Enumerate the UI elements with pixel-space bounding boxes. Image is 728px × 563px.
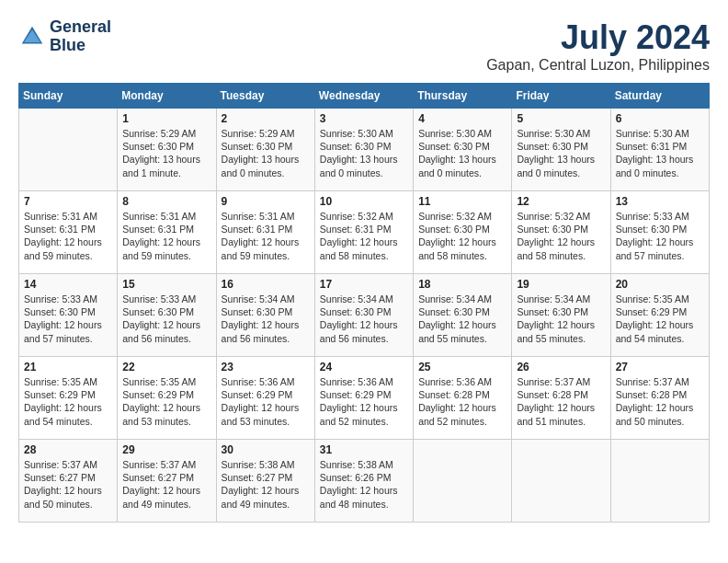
- logo-icon: [18, 23, 46, 51]
- calendar-cell: 18Sunrise: 5:34 AM Sunset: 6:30 PM Dayli…: [414, 274, 512, 357]
- calendar-cell: [610, 440, 709, 523]
- calendar-cell: 22Sunrise: 5:35 AM Sunset: 6:29 PM Dayli…: [118, 357, 216, 440]
- calendar-cell: 10Sunrise: 5:32 AM Sunset: 6:31 PM Dayli…: [314, 191, 413, 274]
- day-number: 11: [418, 195, 506, 208]
- day-number: 16: [222, 278, 310, 291]
- day-number: 9: [222, 195, 310, 208]
- day-number: 25: [418, 361, 506, 373]
- calendar-cell: 30Sunrise: 5:38 AM Sunset: 6:27 PM Dayli…: [216, 440, 314, 523]
- day-info: Sunrise: 5:33 AM Sunset: 6:30 PM Dayligh…: [616, 210, 704, 262]
- day-info: Sunrise: 5:34 AM Sunset: 6:30 PM Dayligh…: [418, 293, 506, 345]
- day-number: 27: [616, 361, 704, 373]
- calendar-cell: [414, 440, 512, 523]
- day-info: Sunrise: 5:33 AM Sunset: 6:30 PM Dayligh…: [122, 293, 210, 345]
- logo-text: General Blue: [50, 18, 111, 55]
- day-info: Sunrise: 5:33 AM Sunset: 6:30 PM Dayligh…: [24, 293, 112, 345]
- logo-line1: General: [50, 18, 111, 37]
- day-number: 3: [320, 112, 408, 125]
- day-number: 10: [320, 195, 408, 208]
- day-info: Sunrise: 5:34 AM Sunset: 6:30 PM Dayligh…: [517, 293, 605, 345]
- calendar-cell: 26Sunrise: 5:37 AM Sunset: 6:28 PM Dayli…: [512, 357, 610, 440]
- weekday-header-sunday: Sunday: [19, 84, 118, 109]
- calendar-cell: 23Sunrise: 5:36 AM Sunset: 6:29 PM Dayli…: [216, 357, 314, 440]
- calendar-cell: 14Sunrise: 5:33 AM Sunset: 6:30 PM Dayli…: [19, 274, 118, 357]
- calendar-cell: 28Sunrise: 5:37 AM Sunset: 6:27 PM Dayli…: [19, 440, 118, 523]
- day-number: 12: [517, 195, 605, 208]
- day-number: 31: [320, 443, 408, 456]
- calendar-cell: 27Sunrise: 5:37 AM Sunset: 6:28 PM Dayli…: [610, 357, 709, 440]
- day-info: Sunrise: 5:30 AM Sunset: 6:30 PM Dayligh…: [320, 127, 408, 179]
- day-info: Sunrise: 5:34 AM Sunset: 6:30 PM Dayligh…: [222, 293, 310, 345]
- day-info: Sunrise: 5:35 AM Sunset: 6:29 PM Dayligh…: [24, 375, 112, 428]
- calendar-cell: 19Sunrise: 5:34 AM Sunset: 6:30 PM Dayli…: [512, 274, 610, 357]
- calendar-cell: 16Sunrise: 5:34 AM Sunset: 6:30 PM Dayli…: [216, 274, 314, 357]
- day-info: Sunrise: 5:36 AM Sunset: 6:28 PM Dayligh…: [418, 375, 506, 428]
- day-info: Sunrise: 5:32 AM Sunset: 6:30 PM Dayligh…: [517, 210, 605, 262]
- calendar-cell: 3Sunrise: 5:30 AM Sunset: 6:30 PM Daylig…: [314, 109, 413, 191]
- day-number: 14: [24, 278, 112, 291]
- location-title: Gapan, Central Luzon, Philippines: [486, 57, 710, 74]
- calendar-cell: 17Sunrise: 5:34 AM Sunset: 6:30 PM Dayli…: [314, 274, 413, 357]
- calendar-cell: 7Sunrise: 5:31 AM Sunset: 6:31 PM Daylig…: [19, 191, 118, 274]
- day-number: 29: [122, 443, 210, 456]
- day-number: 28: [24, 443, 112, 456]
- calendar-week-1: 1Sunrise: 5:29 AM Sunset: 6:30 PM Daylig…: [19, 109, 710, 191]
- day-info: Sunrise: 5:30 AM Sunset: 6:31 PM Dayligh…: [616, 127, 704, 179]
- calendar-week-5: 28Sunrise: 5:37 AM Sunset: 6:27 PM Dayli…: [19, 440, 710, 523]
- day-info: Sunrise: 5:29 AM Sunset: 6:30 PM Dayligh…: [222, 127, 310, 179]
- day-info: Sunrise: 5:38 AM Sunset: 6:26 PM Dayligh…: [320, 458, 408, 511]
- day-number: 15: [122, 278, 210, 291]
- day-number: 6: [616, 112, 704, 125]
- calendar-cell: 6Sunrise: 5:30 AM Sunset: 6:31 PM Daylig…: [610, 109, 709, 191]
- calendar-cell: 31Sunrise: 5:38 AM Sunset: 6:26 PM Dayli…: [314, 440, 413, 523]
- day-info: Sunrise: 5:32 AM Sunset: 6:30 PM Dayligh…: [418, 210, 506, 262]
- calendar-cell: 5Sunrise: 5:30 AM Sunset: 6:30 PM Daylig…: [512, 109, 610, 191]
- month-title: July 2024: [486, 18, 710, 57]
- calendar-cell: 11Sunrise: 5:32 AM Sunset: 6:30 PM Dayli…: [414, 191, 512, 274]
- day-number: 1: [122, 112, 210, 125]
- weekday-header-tuesday: Tuesday: [216, 84, 314, 109]
- weekday-header-thursday: Thursday: [414, 84, 512, 109]
- calendar-body: 1Sunrise: 5:29 AM Sunset: 6:30 PM Daylig…: [19, 109, 710, 523]
- day-number: 5: [517, 112, 605, 125]
- day-info: Sunrise: 5:31 AM Sunset: 6:31 PM Dayligh…: [122, 210, 210, 262]
- calendar-cell: 9Sunrise: 5:31 AM Sunset: 6:31 PM Daylig…: [216, 191, 314, 274]
- day-info: Sunrise: 5:36 AM Sunset: 6:29 PM Dayligh…: [320, 375, 408, 428]
- day-info: Sunrise: 5:29 AM Sunset: 6:30 PM Dayligh…: [122, 127, 210, 179]
- page-header: General Blue July 2024 Gapan, Central Lu…: [18, 18, 710, 74]
- day-number: 26: [517, 361, 605, 373]
- day-number: 4: [418, 112, 506, 125]
- day-number: 20: [616, 278, 704, 291]
- day-number: 7: [24, 195, 112, 208]
- calendar-cell: 1Sunrise: 5:29 AM Sunset: 6:30 PM Daylig…: [118, 109, 216, 191]
- weekday-header-friday: Friday: [512, 84, 610, 109]
- day-info: Sunrise: 5:37 AM Sunset: 6:28 PM Dayligh…: [517, 375, 605, 428]
- day-number: 8: [122, 195, 210, 208]
- day-number: 13: [616, 195, 704, 208]
- day-number: 30: [222, 443, 310, 456]
- calendar-week-3: 14Sunrise: 5:33 AM Sunset: 6:30 PM Dayli…: [19, 274, 710, 357]
- day-number: 21: [24, 361, 112, 373]
- day-info: Sunrise: 5:35 AM Sunset: 6:29 PM Dayligh…: [616, 293, 704, 345]
- day-number: 22: [122, 361, 210, 373]
- calendar-cell: 13Sunrise: 5:33 AM Sunset: 6:30 PM Dayli…: [610, 191, 709, 274]
- calendar-cell: 29Sunrise: 5:37 AM Sunset: 6:27 PM Dayli…: [118, 440, 216, 523]
- day-info: Sunrise: 5:30 AM Sunset: 6:30 PM Dayligh…: [418, 127, 506, 179]
- calendar-cell: [512, 440, 610, 523]
- day-number: 23: [222, 361, 310, 373]
- day-info: Sunrise: 5:31 AM Sunset: 6:31 PM Dayligh…: [222, 210, 310, 262]
- title-block: July 2024 Gapan, Central Luzon, Philippi…: [486, 18, 710, 74]
- calendar-header: SundayMondayTuesdayWednesdayThursdayFrid…: [19, 84, 710, 109]
- calendar-week-2: 7Sunrise: 5:31 AM Sunset: 6:31 PM Daylig…: [19, 191, 710, 274]
- day-number: 18: [418, 278, 506, 291]
- day-number: 17: [320, 278, 408, 291]
- calendar-cell: [19, 109, 118, 191]
- calendar-cell: 2Sunrise: 5:29 AM Sunset: 6:30 PM Daylig…: [216, 109, 314, 191]
- logo-line2: Blue: [50, 37, 111, 55]
- calendar-cell: 24Sunrise: 5:36 AM Sunset: 6:29 PM Dayli…: [314, 357, 413, 440]
- weekday-header-row: SundayMondayTuesdayWednesdayThursdayFrid…: [19, 84, 710, 109]
- calendar-cell: 21Sunrise: 5:35 AM Sunset: 6:29 PM Dayli…: [19, 357, 118, 440]
- day-info: Sunrise: 5:31 AM Sunset: 6:31 PM Dayligh…: [24, 210, 112, 262]
- day-info: Sunrise: 5:37 AM Sunset: 6:28 PM Dayligh…: [616, 375, 704, 428]
- day-info: Sunrise: 5:34 AM Sunset: 6:30 PM Dayligh…: [320, 293, 408, 345]
